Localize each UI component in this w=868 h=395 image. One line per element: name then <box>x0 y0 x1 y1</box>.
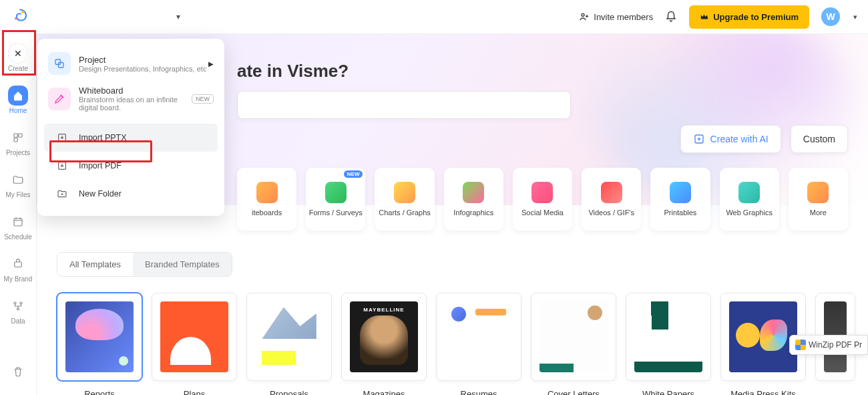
popup-item-project[interactable]: Project Design Presentations, Infographi… <box>37 47 224 80</box>
calendar-icon <box>12 216 24 228</box>
close-icon: ✕ <box>10 45 26 61</box>
crown-icon <box>700 12 709 21</box>
template-thumbnail <box>152 293 237 381</box>
category-tile[interactable]: More <box>789 168 848 231</box>
svg-point-0 <box>21 11 24 13</box>
category-tile[interactable]: Infographics <box>444 168 503 231</box>
import-icon <box>55 158 69 173</box>
popup-action-import-pptx[interactable]: Import PPTX <box>44 124 218 152</box>
template-name: White Papers <box>642 389 694 395</box>
ai-plus-icon <box>693 133 705 145</box>
template-name: Proposals <box>270 389 308 395</box>
sidebar-item-mybrand[interactable]: My Brand <box>3 249 33 288</box>
category-icon <box>601 182 622 203</box>
template-card[interactable]: MAYBELLINE Magazines 8.5" X 11" <box>341 293 427 395</box>
create-with-ai-button[interactable]: Create with AI <box>680 125 781 153</box>
category-label: Charts / Graphs <box>379 209 431 217</box>
bell-icon[interactable] <box>665 11 677 23</box>
category-tile[interactable]: iteboards <box>237 168 296 231</box>
template-thumbnail <box>57 293 142 381</box>
category-label: Web Graphics <box>726 209 773 217</box>
template-card[interactable]: Plans 8.5" X 11" <box>152 293 237 395</box>
popup-title: Project <box>79 55 206 65</box>
app-logo[interactable] <box>11 7 29 26</box>
user-plus-icon <box>579 11 590 22</box>
category-tile[interactable]: NEW Forms / Surveys <box>306 168 365 231</box>
category-icon <box>325 182 347 203</box>
popup-title: Whiteboard <box>79 86 123 96</box>
svg-point-8 <box>14 302 16 304</box>
tab-all-templates[interactable]: All Templates <box>57 253 133 276</box>
svg-point-1 <box>15 17 17 20</box>
template-name: Magazines <box>363 389 405 395</box>
home-icon <box>12 90 24 102</box>
winzip-badge[interactable]: WinZip PDF Pr <box>789 335 868 355</box>
sidebar-item-data[interactable]: Data <box>3 291 33 330</box>
folder-icon <box>12 174 24 186</box>
svg-rect-4 <box>19 134 22 137</box>
popup-item-whiteboard[interactable]: Whiteboard Brainstorm ideas on an infini… <box>37 80 224 117</box>
popup-subtitle: Brainstorm ideas on an infinite digital … <box>79 96 192 112</box>
sidebar-item-projects[interactable]: Projects <box>3 122 33 162</box>
winzip-label: WinZip PDF Pr <box>809 340 862 350</box>
templates-area: All Templates Branded Templates Reports … <box>37 205 868 395</box>
svg-rect-6 <box>14 219 22 226</box>
winzip-icon <box>795 340 806 350</box>
category-label: Forms / Surveys <box>309 209 363 217</box>
category-tile[interactable]: Videos / GIF's <box>582 168 641 231</box>
sidebar-label: My Brand <box>4 275 33 283</box>
whiteboard-icon <box>48 88 71 110</box>
custom-button[interactable]: Custom <box>791 125 848 153</box>
category-icon <box>256 182 278 203</box>
sidebar-item-myfiles[interactable]: My Files <box>3 164 33 204</box>
category-tile[interactable]: Charts / Graphs <box>375 168 434 231</box>
avatar[interactable]: W <box>821 7 840 26</box>
category-icon <box>807 182 829 203</box>
template-card[interactable]: Reports 8.5" X 11" <box>57 293 142 395</box>
tab-branded-templates[interactable]: Branded Templates <box>133 253 232 276</box>
popup-action-import-pdf[interactable]: Import PDF <box>44 152 218 180</box>
template-card[interactable]: White Papers 8.5" X 11" <box>626 293 711 395</box>
category-label: More <box>810 209 827 217</box>
svg-rect-3 <box>14 134 17 137</box>
import-icon <box>55 130 69 145</box>
template-card[interactable]: Resumes 8.5" X 11" <box>436 293 521 395</box>
workspace-dropdown[interactable]: ▾ <box>176 12 180 21</box>
action-label: New Folder <box>79 189 122 199</box>
chevron-down-icon[interactable]: ▾ <box>853 13 857 21</box>
popup-action-new-folder[interactable]: New Folder <box>44 180 218 208</box>
svg-rect-7 <box>15 262 22 267</box>
sidebar-item-schedule[interactable]: Schedule <box>3 207 33 246</box>
action-label: Import PPTX <box>79 133 127 142</box>
sidebar-label: Create <box>8 65 28 72</box>
search-input[interactable] <box>237 91 571 119</box>
new-badge: NEW <box>192 94 214 104</box>
create-popup: Project Design Presentations, Infographi… <box>37 39 224 216</box>
svg-point-9 <box>20 302 22 304</box>
category-row: iteboards NEW Forms / Surveys Charts / G… <box>237 168 848 231</box>
template-thumbnail <box>246 293 332 381</box>
sidebar-item-home[interactable]: Home <box>3 80 33 120</box>
category-label: Social Media <box>521 209 564 217</box>
template-card[interactable]: Proposals 8.5" X 11" <box>246 293 332 395</box>
sidebar-label: Schedule <box>4 233 32 241</box>
category-label: iteboards <box>252 209 282 217</box>
upgrade-premium-button[interactable]: Upgrade to Premium <box>689 5 809 29</box>
template-thumbnail <box>626 293 711 381</box>
svg-rect-12 <box>59 63 64 68</box>
template-card[interactable]: Cover Letters 8.5" X 11" <box>531 293 616 395</box>
invite-members-button[interactable]: Invite members <box>579 11 653 22</box>
category-icon <box>531 182 553 203</box>
sidebar-label: Data <box>11 317 25 325</box>
category-tile[interactable]: Web Graphics <box>720 168 779 231</box>
sidebar-item-trash[interactable] <box>3 356 33 388</box>
data-icon <box>12 300 24 312</box>
action-label: Import PDF <box>79 161 122 170</box>
category-tile[interactable]: Printables <box>650 168 710 231</box>
category-icon <box>463 182 484 203</box>
svg-point-2 <box>582 13 584 16</box>
hero-title: ate in Visme? <box>237 61 848 82</box>
category-tile[interactable]: Social Media <box>513 168 572 231</box>
template-name: Resumes <box>461 389 497 395</box>
sidebar-item-create[interactable]: ✕ Create <box>3 38 33 78</box>
